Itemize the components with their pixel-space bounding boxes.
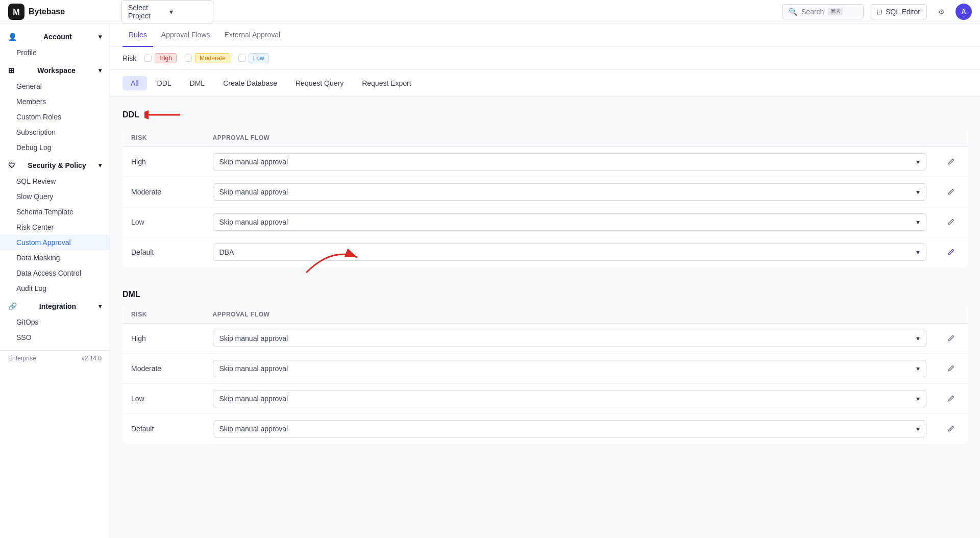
- security-group-header[interactable]: 🛡 Security & Policy ▾: [0, 157, 110, 174]
- risk-checkbox-moderate[interactable]: [185, 55, 192, 62]
- chevron-down-icon: ▾: [916, 334, 920, 343]
- sidebar: 👤 Account ▾ Profile ⊞ Workspace ▾ Genera…: [0, 23, 110, 538]
- risk-badge-low: Low: [249, 53, 269, 63]
- workspace-group-header[interactable]: ⊞ Workspace ▾: [0, 62, 110, 79]
- sidebar-item-schema-template[interactable]: Schema Template: [0, 204, 110, 219]
- sidebar-item-audit-log[interactable]: Audit Log: [0, 281, 110, 296]
- risk-filter-label: Risk: [122, 54, 136, 62]
- chevron-down-icon: ▾: [916, 425, 920, 433]
- dml-high-risk-cell: High: [123, 324, 205, 354]
- workspace-section: ⊞ Workspace ▾ General Members Custom Rol…: [0, 61, 110, 156]
- sidebar-item-gitops[interactable]: GitOps: [0, 314, 110, 330]
- project-select[interactable]: Select Project ▾: [121, 0, 213, 23]
- ddl-section-title: DDL: [122, 110, 139, 119]
- security-icon: 🛡: [8, 161, 15, 169]
- cat-btn-all[interactable]: All: [122, 76, 147, 90]
- sidebar-item-subscription[interactable]: Subscription: [0, 125, 110, 140]
- settings-button[interactable]: ⚙: [933, 4, 949, 20]
- sidebar-item-sso[interactable]: SSO: [0, 330, 110, 345]
- dml-default-risk-cell: Default: [123, 414, 205, 444]
- gear-icon: ⚙: [938, 8, 945, 16]
- workspace-chevron-icon: ▾: [99, 67, 102, 74]
- sidebar-item-custom-roles[interactable]: Custom Roles: [0, 109, 110, 125]
- ddl-low-edit-button[interactable]: [943, 214, 959, 230]
- content-area: Rules Approval Flows External Approval R…: [110, 23, 980, 538]
- sidebar-item-data-access-control[interactable]: Data Access Control: [0, 265, 110, 281]
- risk-checkbox-high[interactable]: [144, 55, 152, 62]
- sidebar-footer: Enterprise v2.14.0: [0, 350, 110, 366]
- dml-default-edit-button[interactable]: [943, 421, 959, 437]
- cat-btn-create-database[interactable]: Create Database: [215, 76, 285, 90]
- integration-group-header[interactable]: 🔗 Integration ▾: [0, 298, 110, 314]
- ddl-moderate-edit-cell: [935, 177, 968, 207]
- tab-rules[interactable]: Rules: [122, 23, 153, 47]
- ddl-table: Risk Approval Flow High Skip manual appr…: [122, 129, 968, 267]
- sidebar-item-debug-log[interactable]: Debug Log: [0, 140, 110, 155]
- tab-approval-flows[interactable]: Approval Flows: [155, 23, 216, 47]
- dml-moderate-edit-button[interactable]: [943, 360, 959, 377]
- dml-moderate-risk-cell: Moderate: [123, 354, 205, 384]
- dml-table-header-row: Risk Approval Flow: [123, 306, 968, 324]
- account-group-header[interactable]: 👤 Account ▾: [0, 29, 110, 45]
- ddl-action-header: [935, 129, 968, 147]
- chevron-down-icon: ▾: [916, 364, 920, 373]
- topbar-right: 🔍 Search ⌘K ⊡ SQL Editor ⚙ A: [782, 4, 972, 20]
- svg-text:M: M: [13, 8, 19, 16]
- dml-high-flow-select[interactable]: Skip manual approval ▾: [213, 330, 927, 347]
- dml-low-risk-cell: Low: [123, 384, 205, 414]
- workspace-icon: ⊞: [8, 66, 14, 75]
- dml-default-flow-select[interactable]: Skip manual approval ▾: [213, 420, 927, 437]
- dml-low-edit-button[interactable]: [943, 390, 959, 407]
- edit-icon: [947, 248, 955, 256]
- sql-editor-icon: ⊡: [876, 8, 883, 16]
- ddl-high-edit-cell: [935, 147, 968, 177]
- logo-area: M Bytebase: [8, 4, 115, 20]
- dml-action-header: [935, 306, 968, 324]
- sidebar-item-risk-center[interactable]: Risk Center: [0, 219, 110, 235]
- cat-btn-dml[interactable]: DML: [182, 76, 213, 90]
- ddl-default-edit-button[interactable]: [943, 244, 959, 260]
- dml-section-title: DML: [122, 290, 140, 299]
- risk-filter-high[interactable]: High: [144, 53, 177, 63]
- dml-low-flow-select[interactable]: Skip manual approval ▾: [213, 390, 927, 407]
- user-avatar[interactable]: A: [955, 4, 972, 20]
- cat-btn-ddl[interactable]: DDL: [149, 76, 180, 90]
- table-row: Default DBA ▾: [123, 237, 968, 267]
- integration-section: 🔗 Integration ▾ GitOps SSO: [0, 297, 110, 346]
- risk-filter-moderate[interactable]: Moderate: [185, 53, 230, 63]
- table-row: High Skip manual approval ▾: [123, 147, 968, 177]
- sidebar-item-slow-query[interactable]: Slow Query: [0, 189, 110, 204]
- sidebar-item-sql-review[interactable]: SQL Review: [0, 174, 110, 189]
- sidebar-item-data-masking[interactable]: Data Masking: [0, 250, 110, 265]
- ddl-high-flow-select[interactable]: Skip manual approval ▾: [213, 153, 927, 170]
- dml-moderate-edit-cell: [935, 354, 968, 384]
- dml-flow-header: Approval Flow: [205, 306, 935, 324]
- cat-btn-request-export[interactable]: Request Export: [354, 76, 420, 90]
- sidebar-item-custom-approval[interactable]: Custom Approval: [0, 235, 110, 250]
- tab-external-approval[interactable]: External Approval: [218, 23, 287, 47]
- dml-low-flow-cell: Skip manual approval ▾: [205, 384, 935, 414]
- security-section: 🛡 Security & Policy ▾ SQL Review Slow Qu…: [0, 156, 110, 297]
- dml-high-edit-cell: [935, 324, 968, 354]
- ddl-moderate-edit-button[interactable]: [943, 184, 959, 200]
- ddl-high-edit-button[interactable]: [943, 154, 959, 170]
- sidebar-item-members[interactable]: Members: [0, 94, 110, 109]
- ddl-moderate-flow-select[interactable]: Skip manual approval ▾: [213, 183, 927, 201]
- sidebar-item-profile[interactable]: Profile: [0, 45, 110, 60]
- ddl-low-flow-select[interactable]: Skip manual approval ▾: [213, 213, 927, 231]
- dml-risk-header: Risk: [123, 306, 205, 324]
- dml-moderate-flow-select[interactable]: Skip manual approval ▾: [213, 360, 927, 377]
- account-chevron-icon: ▾: [99, 33, 102, 40]
- ddl-low-risk-cell: Low: [123, 207, 205, 237]
- integration-chevron-icon: ▾: [99, 303, 102, 310]
- sidebar-item-general[interactable]: General: [0, 79, 110, 94]
- risk-filter-low[interactable]: Low: [238, 53, 269, 63]
- dml-default-flow-cell: Skip manual approval ▾: [205, 414, 935, 444]
- risk-checkbox-low[interactable]: [238, 55, 246, 62]
- dml-high-edit-button[interactable]: [943, 330, 959, 347]
- cat-btn-request-query[interactable]: Request Query: [287, 76, 352, 90]
- search-box[interactable]: 🔍 Search ⌘K: [782, 4, 864, 19]
- account-icon: 👤: [8, 33, 17, 41]
- ddl-default-edit-cell: [935, 237, 968, 267]
- sql-editor-button[interactable]: ⊡ SQL Editor: [870, 4, 927, 19]
